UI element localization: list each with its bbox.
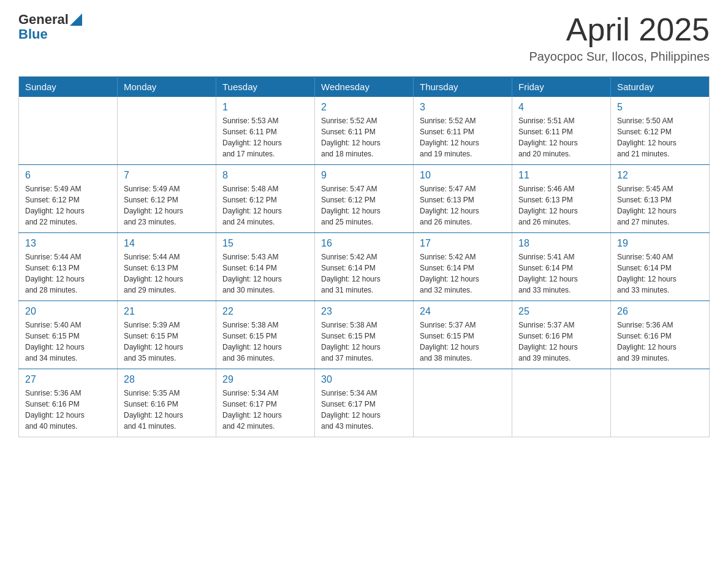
calendar-cell: 12Sunrise: 5:45 AM Sunset: 6:13 PM Dayli…: [611, 165, 710, 233]
logo: General Blue: [18, 12, 82, 42]
day-info: Sunrise: 5:45 AM Sunset: 6:13 PM Dayligh…: [617, 183, 703, 228]
calendar-cell: 6Sunrise: 5:49 AM Sunset: 6:12 PM Daylig…: [19, 165, 118, 233]
logo-general: General: [18, 12, 69, 27]
day-number: 22: [222, 306, 308, 317]
day-number: 30: [321, 374, 407, 385]
calendar-cell: 22Sunrise: 5:38 AM Sunset: 6:15 PM Dayli…: [216, 301, 315, 369]
day-of-week-header: Friday: [512, 77, 611, 98]
day-info: Sunrise: 5:44 AM Sunset: 6:13 PM Dayligh…: [25, 251, 111, 296]
day-number: 12: [617, 170, 703, 181]
day-number: 14: [124, 238, 210, 249]
logo-blue: Blue: [18, 27, 82, 42]
day-info: Sunrise: 5:36 AM Sunset: 6:16 PM Dayligh…: [617, 320, 703, 364]
calendar-cell: 30Sunrise: 5:34 AM Sunset: 6:17 PM Dayli…: [315, 369, 414, 437]
day-number: 2: [321, 102, 407, 113]
day-info: Sunrise: 5:51 AM Sunset: 6:11 PM Dayligh…: [518, 115, 604, 159]
calendar-cell: 20Sunrise: 5:40 AM Sunset: 6:15 PM Dayli…: [19, 301, 118, 369]
calendar-cell: 1Sunrise: 5:53 AM Sunset: 6:11 PM Daylig…: [216, 97, 315, 165]
day-info: Sunrise: 5:42 AM Sunset: 6:14 PM Dayligh…: [420, 251, 506, 296]
calendar-week-row: 1Sunrise: 5:53 AM Sunset: 6:11 PM Daylig…: [19, 97, 710, 165]
calendar-cell: 27Sunrise: 5:36 AM Sunset: 6:16 PM Dayli…: [19, 369, 118, 437]
logo-triangle-icon: [70, 13, 82, 26]
day-number: 8: [222, 170, 308, 181]
calendar-week-row: 20Sunrise: 5:40 AM Sunset: 6:15 PM Dayli…: [19, 301, 710, 369]
calendar-cell: 4Sunrise: 5:51 AM Sunset: 6:11 PM Daylig…: [512, 97, 611, 165]
day-info: Sunrise: 5:37 AM Sunset: 6:15 PM Dayligh…: [420, 320, 506, 364]
day-number: 4: [518, 102, 604, 113]
day-info: Sunrise: 5:38 AM Sunset: 6:15 PM Dayligh…: [321, 320, 407, 364]
day-info: Sunrise: 5:38 AM Sunset: 6:15 PM Dayligh…: [222, 320, 308, 364]
calendar-cell: [118, 97, 216, 165]
calendar-table: SundayMondayTuesdayWednesdayThursdayFrid…: [18, 76, 710, 437]
calendar-cell: 7Sunrise: 5:49 AM Sunset: 6:12 PM Daylig…: [118, 165, 216, 233]
day-number: 13: [25, 238, 111, 249]
day-number: 24: [420, 306, 506, 317]
calendar-week-row: 13Sunrise: 5:44 AM Sunset: 6:13 PM Dayli…: [19, 233, 710, 301]
day-of-week-header: Saturday: [611, 77, 710, 98]
day-info: Sunrise: 5:46 AM Sunset: 6:13 PM Dayligh…: [518, 183, 604, 228]
calendar-cell: [414, 369, 512, 437]
day-info: Sunrise: 5:37 AM Sunset: 6:16 PM Dayligh…: [518, 320, 604, 364]
calendar-cell: 25Sunrise: 5:37 AM Sunset: 6:16 PM Dayli…: [512, 301, 611, 369]
day-info: Sunrise: 5:40 AM Sunset: 6:15 PM Dayligh…: [25, 320, 111, 364]
day-info: Sunrise: 5:47 AM Sunset: 6:13 PM Dayligh…: [420, 183, 506, 228]
day-number: 9: [321, 170, 407, 181]
calendar-cell: 17Sunrise: 5:42 AM Sunset: 6:14 PM Dayli…: [414, 233, 512, 301]
day-number: 19: [617, 238, 703, 249]
page-header: General Blue April 2025 Payocpoc Sur, Il…: [18, 12, 710, 64]
day-info: Sunrise: 5:41 AM Sunset: 6:14 PM Dayligh…: [518, 251, 604, 296]
day-info: Sunrise: 5:49 AM Sunset: 6:12 PM Dayligh…: [25, 183, 111, 228]
day-info: Sunrise: 5:40 AM Sunset: 6:14 PM Dayligh…: [617, 251, 703, 296]
day-info: Sunrise: 5:34 AM Sunset: 6:17 PM Dayligh…: [222, 388, 308, 432]
day-info: Sunrise: 5:39 AM Sunset: 6:15 PM Dayligh…: [124, 320, 210, 364]
calendar-cell: 2Sunrise: 5:52 AM Sunset: 6:11 PM Daylig…: [315, 97, 414, 165]
calendar-cell: 10Sunrise: 5:47 AM Sunset: 6:13 PM Dayli…: [414, 165, 512, 233]
calendar-cell: 13Sunrise: 5:44 AM Sunset: 6:13 PM Dayli…: [19, 233, 118, 301]
calendar-cell: 11Sunrise: 5:46 AM Sunset: 6:13 PM Dayli…: [512, 165, 611, 233]
day-number: 6: [25, 170, 111, 181]
day-of-week-header: Monday: [118, 77, 216, 98]
day-of-week-header: Sunday: [19, 77, 118, 98]
day-info: Sunrise: 5:47 AM Sunset: 6:12 PM Dayligh…: [321, 183, 407, 228]
day-number: 11: [518, 170, 604, 181]
day-number: 26: [617, 306, 703, 317]
day-number: 7: [124, 170, 210, 181]
month-title: April 2025: [529, 12, 710, 47]
day-info: Sunrise: 5:49 AM Sunset: 6:12 PM Dayligh…: [124, 183, 210, 228]
day-number: 3: [420, 102, 506, 113]
calendar-cell: [19, 97, 118, 165]
day-info: Sunrise: 5:36 AM Sunset: 6:16 PM Dayligh…: [25, 388, 111, 432]
day-number: 1: [222, 102, 308, 113]
day-number: 18: [518, 238, 604, 249]
day-number: 27: [25, 374, 111, 385]
day-number: 23: [321, 306, 407, 317]
day-info: Sunrise: 5:35 AM Sunset: 6:16 PM Dayligh…: [124, 388, 210, 432]
location-title: Payocpoc Sur, Ilocos, Philippines: [529, 50, 710, 64]
day-info: Sunrise: 5:42 AM Sunset: 6:14 PM Dayligh…: [321, 251, 407, 296]
day-info: Sunrise: 5:43 AM Sunset: 6:14 PM Dayligh…: [222, 251, 308, 296]
calendar-cell: 8Sunrise: 5:48 AM Sunset: 6:12 PM Daylig…: [216, 165, 315, 233]
calendar-cell: 29Sunrise: 5:34 AM Sunset: 6:17 PM Dayli…: [216, 369, 315, 437]
day-number: 20: [25, 306, 111, 317]
day-info: Sunrise: 5:34 AM Sunset: 6:17 PM Dayligh…: [321, 388, 407, 432]
calendar-cell: 18Sunrise: 5:41 AM Sunset: 6:14 PM Dayli…: [512, 233, 611, 301]
calendar-cell: 15Sunrise: 5:43 AM Sunset: 6:14 PM Dayli…: [216, 233, 315, 301]
calendar-cell: [512, 369, 611, 437]
calendar-cell: 28Sunrise: 5:35 AM Sunset: 6:16 PM Dayli…: [118, 369, 216, 437]
day-info: Sunrise: 5:44 AM Sunset: 6:13 PM Dayligh…: [124, 251, 210, 296]
calendar-cell: 16Sunrise: 5:42 AM Sunset: 6:14 PM Dayli…: [315, 233, 414, 301]
day-info: Sunrise: 5:52 AM Sunset: 6:11 PM Dayligh…: [321, 115, 407, 159]
calendar-cell: 5Sunrise: 5:50 AM Sunset: 6:12 PM Daylig…: [611, 97, 710, 165]
day-of-week-header: Thursday: [414, 77, 512, 98]
calendar-cell: 3Sunrise: 5:52 AM Sunset: 6:11 PM Daylig…: [414, 97, 512, 165]
calendar-cell: [611, 369, 710, 437]
day-number: 21: [124, 306, 210, 317]
calendar-cell: 19Sunrise: 5:40 AM Sunset: 6:14 PM Dayli…: [611, 233, 710, 301]
day-number: 28: [124, 374, 210, 385]
title-block: April 2025 Payocpoc Sur, Ilocos, Philipp…: [529, 12, 710, 64]
day-info: Sunrise: 5:52 AM Sunset: 6:11 PM Dayligh…: [420, 115, 506, 159]
day-number: 10: [420, 170, 506, 181]
calendar-cell: 24Sunrise: 5:37 AM Sunset: 6:15 PM Dayli…: [414, 301, 512, 369]
day-number: 29: [222, 374, 308, 385]
day-info: Sunrise: 5:50 AM Sunset: 6:12 PM Dayligh…: [617, 115, 703, 159]
